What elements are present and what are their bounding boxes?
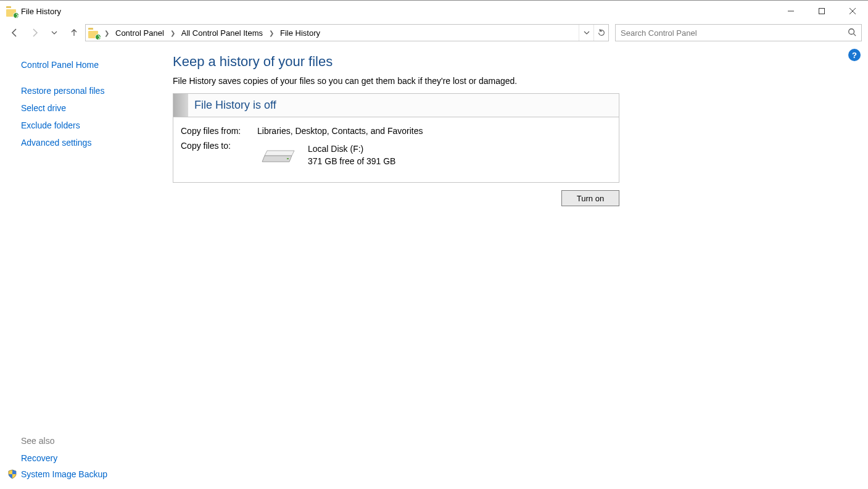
see-also-system-image-backup[interactable]: System Image Backup [21, 467, 107, 482]
copy-from-value: Libraries, Desktop, Contacts, and Favori… [257, 126, 423, 136]
window-title: File History [21, 7, 61, 16]
main-content: ? Keep a history of your files File Hist… [160, 44, 868, 489]
address-dropdown[interactable] [579, 25, 593, 41]
chevron-right-icon[interactable]: ❯ [168, 30, 178, 36]
address-bar-icon [88, 27, 99, 38]
file-history-app-icon [6, 6, 17, 17]
svg-line-5 [854, 33, 856, 36]
drive-name: Local Disk (F:) [308, 143, 395, 156]
minimize-button[interactable] [775, 1, 806, 22]
status-panel: File History is off Copy files from: Lib… [173, 93, 619, 183]
see-also-recovery[interactable]: Recovery [21, 449, 153, 467]
svg-marker-7 [265, 151, 294, 156]
svg-rect-8 [287, 158, 289, 159]
window-controls [775, 1, 868, 22]
copy-from-label: Copy files from: [181, 126, 257, 136]
drive-space: 371 GB free of 391 GB [308, 156, 395, 168]
sidebar-restore-files[interactable]: Restore personal files [21, 82, 153, 99]
page-subtext: File History saves copies of your files … [173, 76, 853, 86]
chevron-right-icon[interactable]: ❯ [267, 30, 276, 36]
shield-icon [7, 469, 17, 479]
up-button[interactable] [65, 25, 83, 41]
copy-to-label: Copy files to: [181, 141, 257, 167]
maximize-button[interactable] [806, 1, 837, 22]
close-button[interactable] [837, 1, 868, 22]
status-title: File History is off [188, 99, 276, 112]
help-icon[interactable]: ? [848, 49, 861, 61]
refresh-button[interactable] [593, 25, 608, 41]
svg-rect-1 [819, 9, 825, 14]
svg-point-4 [849, 28, 854, 34]
status-indicator-icon [173, 94, 188, 117]
sidebar-advanced-settings[interactable]: Advanced settings [21, 134, 153, 151]
breadcrumb-all-items[interactable]: All Control Panel Items [178, 25, 267, 41]
turn-on-button[interactable]: Turn on [561, 190, 619, 206]
drive-icon [260, 143, 297, 164]
see-also-label: See also [21, 432, 153, 449]
back-button[interactable] [6, 25, 23, 41]
sidebar-home[interactable]: Control Panel Home [21, 56, 153, 73]
sidebar-exclude-folders[interactable]: Exclude folders [21, 117, 153, 134]
chevron-right-icon[interactable]: ❯ [102, 30, 112, 36]
sidebar-select-drive[interactable]: Select drive [21, 99, 153, 117]
navigation-row: ❯ Control Panel ❯ All Control Panel Item… [0, 22, 868, 44]
breadcrumb-control-panel[interactable]: Control Panel [112, 25, 168, 41]
search-input[interactable] [621, 28, 856, 38]
titlebar: File History [0, 1, 868, 22]
history-dropdown[interactable] [46, 25, 63, 41]
forward-button[interactable] [26, 25, 43, 41]
page-heading: Keep a history of your files [173, 54, 853, 70]
status-panel-header: File History is off [173, 94, 619, 117]
address-bar[interactable]: ❯ Control Panel ❯ All Control Panel Item… [85, 24, 609, 41]
search-box[interactable] [615, 24, 862, 41]
breadcrumb-file-history[interactable]: File History [276, 25, 324, 41]
search-icon[interactable] [848, 28, 856, 38]
sidebar: Control Panel Home Restore personal file… [0, 44, 160, 489]
